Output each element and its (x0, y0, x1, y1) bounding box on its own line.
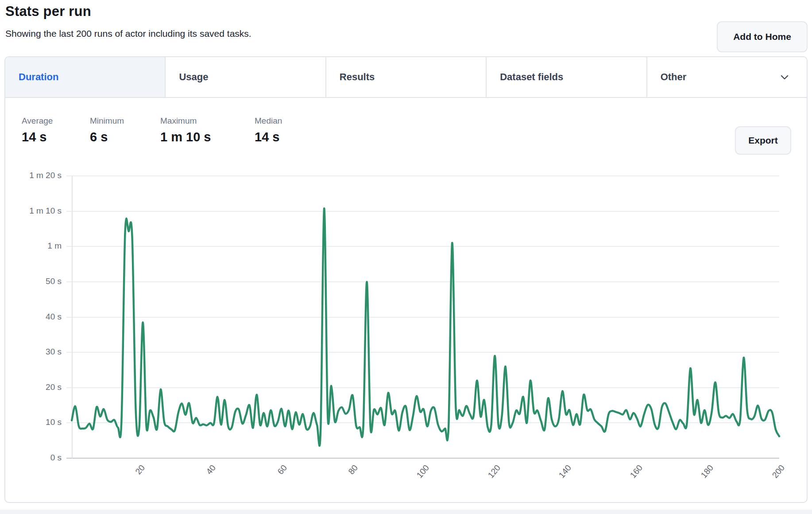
stats-tab-bar: DurationUsageResultsDataset fieldsOther (5, 57, 807, 98)
gridline (66, 387, 779, 388)
stats-card: DurationUsageResultsDataset fieldsOther … (4, 56, 808, 503)
stat-value: 1 m 10 s (160, 130, 211, 144)
x-tick-label: 20 (105, 463, 147, 503)
x-tick-label: 180 (674, 463, 715, 503)
tab-dataset-fields[interactable]: Dataset fields (487, 57, 647, 97)
tab-label: Results (340, 71, 375, 83)
stat-maximum: Maximum1 m 10 s (160, 116, 211, 144)
stat-median: Median14 s (255, 116, 282, 144)
gridline (66, 211, 779, 212)
stat-minimum: Minimum6 s (90, 116, 124, 144)
tab-usage[interactable]: Usage (166, 57, 326, 97)
x-tick-label: 100 (390, 463, 431, 503)
stat-label: Median (255, 116, 282, 126)
x-tick-label: 60 (247, 463, 289, 503)
gridline (66, 175, 779, 176)
x-tick-label: 40 (176, 463, 218, 503)
y-tick-label: 30 s (5, 347, 62, 357)
x-axis-baseline (66, 458, 779, 459)
stat-average: Average14 s (22, 116, 53, 144)
tab-other[interactable]: Other (647, 57, 807, 97)
stats-per-run-page: Stats per run Showing the last 200 runs … (0, 0, 812, 514)
stat-value: 14 s (255, 130, 282, 144)
gridline (66, 281, 779, 282)
y-tick-label: 1 m (5, 241, 62, 251)
y-axis-line (72, 176, 73, 458)
x-tick-label: 140 (532, 463, 573, 503)
x-tick-label: 160 (603, 463, 645, 503)
chevron-down-icon (778, 71, 791, 83)
add-to-home-button[interactable]: Add to Home (717, 21, 808, 52)
x-tick-label: 200 (745, 463, 787, 503)
stat-label: Minimum (90, 116, 124, 126)
stat-value: 6 s (90, 130, 124, 144)
x-tick-label: 80 (318, 463, 360, 503)
tab-label: Other (661, 71, 687, 83)
y-tick-label: 0 s (5, 453, 62, 463)
tab-results[interactable]: Results (326, 57, 487, 97)
gridline (66, 246, 779, 247)
y-tick-label: 1 m 10 s (5, 206, 62, 216)
tab-duration[interactable]: Duration (5, 57, 166, 97)
y-tick-label: 20 s (5, 382, 62, 392)
export-button-label: Export (748, 135, 778, 146)
gridline (66, 352, 779, 353)
tab-label: Usage (179, 71, 208, 83)
x-tick-label: 120 (460, 463, 502, 503)
gridline (66, 422, 779, 423)
stat-label: Maximum (160, 116, 211, 126)
stat-label: Average (22, 116, 53, 126)
stat-value: 14 s (22, 130, 53, 144)
page-subtitle: Showing the last 200 runs of actor inclu… (5, 28, 251, 39)
tab-label: Dataset fields (500, 71, 563, 83)
y-tick-label: 10 s (5, 417, 62, 427)
export-button[interactable]: Export (735, 126, 791, 155)
page-title: Stats per run (5, 4, 91, 19)
next-section-edge (0, 510, 812, 514)
duration-series-line (72, 208, 779, 446)
add-to-home-button-label: Add to Home (733, 31, 791, 42)
y-tick-label: 40 s (5, 312, 62, 322)
y-tick-label: 1 m 20 s (5, 171, 62, 180)
y-tick-label: 50 s (5, 276, 62, 286)
duration-line-chart[interactable] (5, 57, 808, 503)
gridline (66, 317, 779, 318)
tab-label: Duration (19, 71, 58, 83)
